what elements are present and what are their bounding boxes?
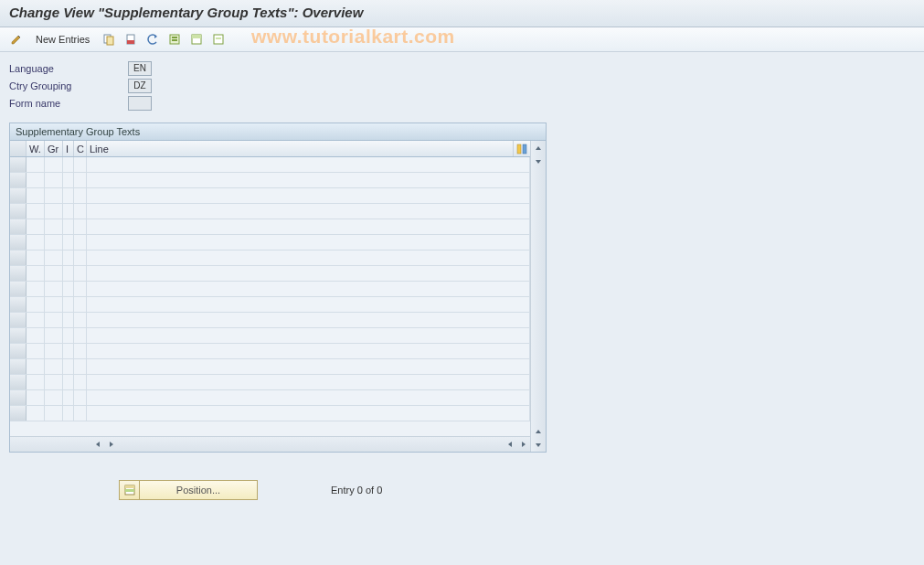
svg-rect-3 <box>127 40 134 44</box>
scroll-down-icon[interactable] <box>531 438 546 452</box>
column-w[interactable]: W. <box>27 141 45 156</box>
page-title: Change View "Supplementary Group Texts":… <box>9 5 915 20</box>
configure-columns-icon[interactable] <box>514 141 530 156</box>
table-row[interactable] <box>10 344 530 359</box>
table-row[interactable] <box>10 313 530 328</box>
scroll-right-icon[interactable] <box>104 438 118 452</box>
scroll-down-small-icon[interactable] <box>531 155 546 168</box>
scroll-up-icon[interactable] <box>531 141 546 155</box>
watermark: www.tutorialkart.com <box>251 26 455 48</box>
svg-rect-6 <box>172 39 177 41</box>
svg-rect-12 <box>523 144 526 154</box>
column-gr[interactable]: Gr <box>45 141 63 156</box>
copy-icon[interactable] <box>100 30 118 48</box>
table-row[interactable] <box>10 282 530 297</box>
grid-title: Supplementary Group Texts <box>10 123 546 141</box>
table-row[interactable] <box>10 251 530 266</box>
grid-rows <box>10 157 530 436</box>
scroll-up-end-icon[interactable] <box>531 424 546 438</box>
footer: Position... Entry 0 of 0 <box>0 480 924 500</box>
table-row[interactable] <box>10 204 530 219</box>
undo-icon[interactable] <box>143 30 162 48</box>
scroll-right-end-icon[interactable] <box>516 438 530 452</box>
scroll-left-icon[interactable] <box>90 438 104 452</box>
new-entries-button[interactable]: New Entries <box>29 31 96 48</box>
toolbar: New Entries www.tutorialkart.com <box>0 27 924 52</box>
form-name-label: Form name <box>9 98 128 109</box>
deselect-all-icon[interactable] <box>209 30 228 48</box>
change-icon[interactable] <box>7 30 26 48</box>
svg-rect-11 <box>517 144 521 154</box>
svg-rect-15 <box>125 489 134 492</box>
table-row[interactable] <box>10 219 530 235</box>
column-selector[interactable] <box>10 141 27 156</box>
grid-header: W. Gr I C Line <box>10 141 530 157</box>
table-row[interactable] <box>10 406 530 421</box>
svg-rect-8 <box>192 35 201 38</box>
entry-info: Entry 0 of 0 <box>331 485 382 496</box>
ctry-grouping-label: Ctry Grouping <box>9 80 128 91</box>
table-row[interactable] <box>10 173 530 188</box>
table-row[interactable] <box>10 188 530 204</box>
grid: Supplementary Group Texts W. Gr I C Line <box>9 123 547 453</box>
table-row[interactable] <box>10 297 530 313</box>
scroll-left-end-icon[interactable] <box>503 438 516 452</box>
form-name-field[interactable] <box>128 96 152 111</box>
select-block-icon[interactable] <box>187 30 206 48</box>
svg-rect-14 <box>125 485 134 488</box>
delete-icon[interactable] <box>122 30 140 48</box>
form-area: Language EN Ctry Grouping DZ Form name <box>0 52 924 123</box>
position-button-label: Position... <box>139 480 258 500</box>
language-label: Language <box>9 63 128 74</box>
table-row[interactable] <box>10 235 530 251</box>
table-row[interactable] <box>10 328 530 344</box>
table-row[interactable] <box>10 375 530 390</box>
position-icon <box>119 480 139 500</box>
ctry-grouping-field[interactable]: DZ <box>128 79 152 93</box>
table-row[interactable] <box>10 266 530 282</box>
svg-rect-1 <box>107 37 113 45</box>
column-c[interactable]: C <box>74 141 87 156</box>
table-row[interactable] <box>10 157 530 173</box>
horizontal-scrollbar[interactable] <box>10 436 530 452</box>
svg-rect-5 <box>172 37 177 38</box>
table-row[interactable] <box>10 359 530 375</box>
column-i[interactable]: I <box>63 141 74 156</box>
column-line[interactable]: Line <box>87 141 514 156</box>
vertical-scrollbar[interactable] <box>530 141 546 452</box>
title-bar: Change View "Supplementary Group Texts":… <box>0 0 924 27</box>
select-all-icon[interactable] <box>165 30 184 48</box>
position-button[interactable]: Position... <box>119 480 258 500</box>
table-row[interactable] <box>10 390 530 406</box>
language-field[interactable]: EN <box>128 61 152 76</box>
svg-rect-10 <box>216 37 221 39</box>
